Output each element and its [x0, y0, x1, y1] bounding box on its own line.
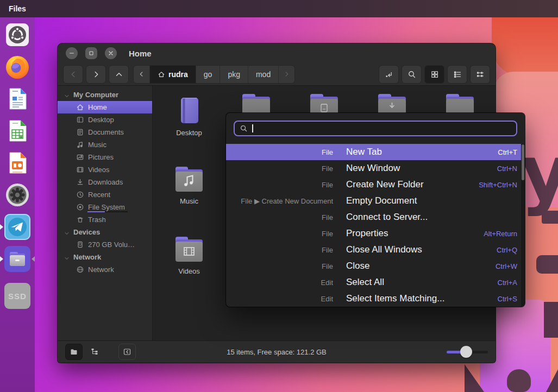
menu-item-close-all-windows[interactable]: FileClose All WindowsCtrl+Q	[226, 242, 525, 258]
desktop-icon	[76, 116, 84, 124]
menu-item-context: File	[226, 165, 333, 173]
folder-film-icon	[174, 235, 204, 263]
menu-item-shortcut: Ctrl+A	[498, 279, 517, 287]
wallpaper-dash-shape	[542, 211, 558, 224]
sidebar-item-documents[interactable]: Documents	[58, 126, 152, 138]
close-button[interactable]	[105, 47, 117, 59]
chevron-down-icon	[64, 255, 70, 260]
sidebar-item-videos[interactable]: Videos	[58, 163, 152, 176]
ubuntu-software-icon	[4, 22, 30, 48]
search-icon	[240, 124, 248, 132]
breadcrumb-scroll-right[interactable]	[279, 66, 294, 83]
menu-item-select-items-matching[interactable]: EditSelect Items Matching...Ctrl+S	[226, 290, 525, 307]
scrollbar-thumb[interactable]	[522, 144, 524, 180]
desktop-screen: ty Files SSD Home rudragopkgmod	[0, 0, 558, 392]
sidebar-item-home[interactable]: Home	[58, 101, 152, 113]
libreoffice-impress-icon	[4, 150, 30, 176]
forward-button[interactable]	[86, 65, 106, 84]
zoom-slider-knob[interactable]	[460, 346, 472, 358]
sidebar-item-label: Recent	[88, 191, 110, 199]
sidebar-item-label: Home	[88, 103, 107, 111]
dock-item-files[interactable]	[4, 246, 30, 272]
breadcrumb-pkg[interactable]: pkg	[220, 66, 248, 83]
menu-item-label: Select Items Matching...	[346, 293, 485, 304]
dock-item-libreoffice-impress[interactable]	[4, 150, 30, 176]
file-icon-desktop[interactable]: Desktop	[162, 97, 216, 137]
menu-item-context: Edit	[226, 279, 333, 287]
menu-item-new-window[interactable]: FileNew WindowCtrl+N	[226, 160, 525, 176]
menu-item-create-new-folder[interactable]: FileCreate New FolderShift+Ctrl+N	[226, 176, 525, 193]
menu-item-close[interactable]: FileCloseCtrl+W	[226, 258, 525, 274]
maximize-button[interactable]	[85, 47, 97, 59]
menu-item-label: Connect to Server...	[346, 212, 504, 223]
sidebar-item-network[interactable]: Network	[58, 263, 152, 276]
show-treeview-button[interactable]	[86, 344, 103, 360]
running-indicator	[0, 256, 3, 262]
icon-view-icon	[430, 70, 439, 79]
menu-item-new-tab[interactable]: FileNew TabCtrl+T	[226, 144, 525, 160]
sidebar-item-trash[interactable]: Trash	[58, 213, 152, 226]
menu-item-select-all[interactable]: EditSelect AllCtrl+A	[226, 274, 525, 290]
menu-item-connect-to-server[interactable]: FileConnect to Server...	[226, 209, 525, 225]
treeview-icon	[90, 347, 99, 356]
chevron-down-icon	[64, 92, 70, 98]
file-icon-music[interactable]: Music	[162, 165, 216, 205]
scrollbar[interactable]	[521, 144, 525, 307]
sidebar-section-devices[interactable]: Devices	[58, 226, 152, 238]
dock-item-libreoffice-writer[interactable]	[4, 86, 30, 112]
search-button[interactable]	[402, 65, 422, 84]
video-icon	[76, 166, 84, 174]
menu-item-empty-document[interactable]: File ▶ Create New DocumentEmpty Document	[226, 193, 525, 209]
dock-item-telegram[interactable]	[4, 214, 30, 240]
icon-view-button[interactable]	[424, 65, 444, 84]
sidebar-item-file-system[interactable]: File System	[58, 201, 152, 213]
breadcrumb-scroll-left[interactable]	[134, 66, 150, 83]
up-button[interactable]	[109, 65, 129, 84]
sidebar-item-music[interactable]: Music	[58, 138, 152, 151]
list-view-button[interactable]	[447, 65, 467, 84]
zoom-slider[interactable]	[447, 344, 488, 360]
breadcrumb-rudra[interactable]: rudra	[150, 66, 196, 83]
chevron-down-icon	[64, 230, 70, 235]
hide-sidebar-button[interactable]	[118, 344, 136, 360]
dock-item-firefox[interactable]	[4, 54, 30, 80]
menu-item-properties[interactable]: FilePropertiesAlt+Return	[226, 225, 525, 242]
titlebar[interactable]: Home	[58, 43, 496, 63]
wallpaper-dot-shape	[507, 369, 531, 392]
dock-item-settings[interactable]	[4, 182, 30, 208]
breadcrumb-mod[interactable]: mod	[248, 66, 279, 83]
sidebar-item-pictures[interactable]: Pictures	[58, 151, 152, 163]
close-icon	[108, 50, 114, 56]
appmenu-files[interactable]: Files	[9, 4, 26, 13]
text-caret	[252, 124, 253, 132]
menu-search-input[interactable]	[234, 121, 517, 136]
minimize-button[interactable]	[66, 47, 78, 59]
menu-item-context: File	[226, 262, 333, 270]
sidebar-item-downloads[interactable]: Downloads	[58, 176, 152, 188]
libreoffice-writer-icon	[4, 86, 30, 112]
dock-item-ssd[interactable]: SSD	[4, 283, 30, 309]
dock-item-libreoffice-calc[interactable]	[4, 118, 30, 144]
sidebar-item-recent[interactable]: Recent	[58, 188, 152, 201]
back-button[interactable]	[63, 65, 83, 84]
sidebar-section-my-computer[interactable]: My Computer	[58, 88, 152, 101]
compact-view-button[interactable]	[470, 65, 490, 84]
sidebar: My ComputerHomeDesktopDocumentsMusicPict…	[58, 86, 153, 340]
dock-item-ubuntu-software[interactable]	[4, 22, 30, 48]
menu-item-label: Close	[346, 261, 482, 271]
menu-item-shortcut: Shift+Ctrl+N	[479, 181, 517, 189]
wallpaper-red-shape	[492, 15, 558, 76]
back-icon	[69, 70, 78, 79]
files-icon	[4, 246, 30, 272]
file-icon-videos[interactable]: Videos	[162, 235, 216, 275]
drive-icon	[76, 241, 84, 249]
sidebar-item-desktop[interactable]: Desktop	[58, 113, 152, 126]
sidebar-section-network[interactable]: Network	[58, 251, 152, 263]
location-entry-icon	[385, 70, 393, 79]
sidebar-item-270-gb-volu[interactable]: 270 GB Volu…	[58, 238, 152, 251]
breadcrumb-go[interactable]: go	[196, 66, 221, 83]
file-icon-label: Music	[180, 197, 198, 205]
toggle-location-entry-button[interactable]	[379, 65, 399, 84]
show-places-button[interactable]	[65, 344, 83, 360]
firefox-icon	[4, 54, 30, 80]
